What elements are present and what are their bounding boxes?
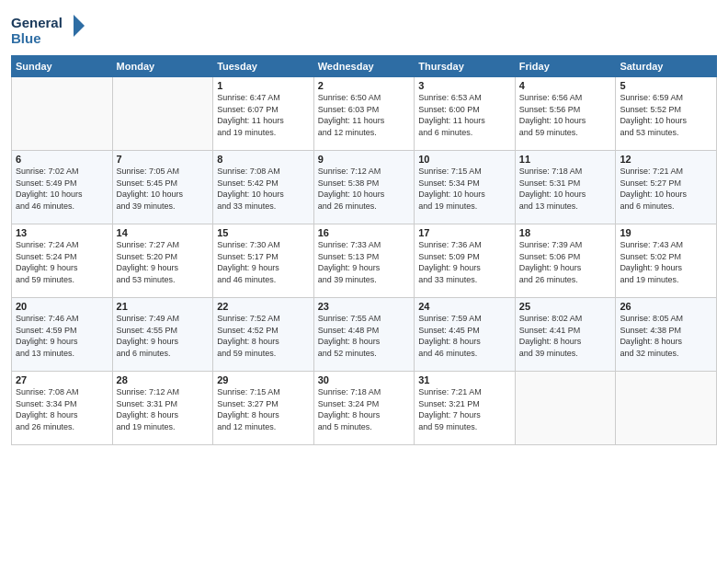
calendar-cell: 8Sunrise: 7:08 AM Sunset: 5:42 PM Daylig…: [213, 151, 314, 224]
day-number: 1: [217, 80, 310, 91]
day-info: Sunrise: 7:21 AM Sunset: 5:27 PM Dayligh…: [620, 166, 712, 212]
calendar-day-header: Wednesday: [313, 56, 415, 77]
calendar-cell: 5Sunrise: 6:59 AM Sunset: 5:52 PM Daylig…: [616, 77, 717, 151]
calendar-day-header: Thursday: [415, 56, 516, 77]
calendar-cell: 14Sunrise: 7:27 AM Sunset: 5:20 PM Dayli…: [112, 224, 213, 298]
calendar-week-row: 1Sunrise: 6:47 AM Sunset: 6:07 PM Daylig…: [12, 77, 717, 151]
calendar-cell: 23Sunrise: 7:55 AM Sunset: 4:48 PM Dayli…: [313, 298, 415, 372]
calendar-cell: 27Sunrise: 7:08 AM Sunset: 3:34 PM Dayli…: [12, 372, 113, 445]
day-number: 23: [318, 301, 411, 312]
day-number: 3: [418, 80, 511, 91]
calendar-day-header: Tuesday: [213, 56, 314, 77]
day-number: 11: [519, 154, 612, 165]
calendar-cell: [112, 77, 213, 151]
day-number: 25: [519, 301, 612, 312]
calendar-day-header: Monday: [112, 56, 213, 77]
calendar-cell: 13Sunrise: 7:24 AM Sunset: 5:24 PM Dayli…: [12, 224, 113, 298]
calendar-cell: 24Sunrise: 7:59 AM Sunset: 4:45 PM Dayli…: [415, 298, 516, 372]
calendar-cell: 12Sunrise: 7:21 AM Sunset: 5:27 PM Dayli…: [616, 151, 717, 224]
day-number: 26: [620, 301, 712, 312]
calendar-week-row: 6Sunrise: 7:02 AM Sunset: 5:49 PM Daylig…: [12, 151, 717, 224]
day-info: Sunrise: 7:05 AM Sunset: 5:45 PM Dayligh…: [117, 166, 210, 212]
calendar-cell: 17Sunrise: 7:36 AM Sunset: 5:09 PM Dayli…: [415, 224, 516, 298]
calendar-day-header: Saturday: [616, 56, 717, 77]
calendar-cell: 4Sunrise: 6:56 AM Sunset: 5:56 PM Daylig…: [515, 77, 616, 151]
day-number: 24: [418, 301, 511, 312]
calendar-cell: 10Sunrise: 7:15 AM Sunset: 5:34 PM Dayli…: [415, 151, 516, 224]
calendar-cell: 21Sunrise: 7:49 AM Sunset: 4:55 PM Dayli…: [112, 298, 213, 372]
day-info: Sunrise: 7:59 AM Sunset: 4:45 PM Dayligh…: [418, 313, 511, 359]
calendar-cell: [616, 372, 717, 445]
day-info: Sunrise: 7:18 AM Sunset: 3:24 PM Dayligh…: [318, 386, 411, 432]
calendar-week-row: 13Sunrise: 7:24 AM Sunset: 5:24 PM Dayli…: [12, 224, 717, 298]
day-info: Sunrise: 7:33 AM Sunset: 5:13 PM Dayligh…: [318, 239, 411, 285]
day-info: Sunrise: 6:50 AM Sunset: 6:03 PM Dayligh…: [318, 92, 411, 138]
day-info: Sunrise: 7:18 AM Sunset: 5:31 PM Dayligh…: [519, 166, 612, 212]
calendar-header-row: SundayMondayTuesdayWednesdayThursdayFrid…: [12, 56, 717, 77]
header: GeneralBlue: [11, 9, 717, 50]
calendar-table: SundayMondayTuesdayWednesdayThursdayFrid…: [11, 55, 717, 445]
day-number: 9: [318, 154, 411, 165]
calendar-cell: 31Sunrise: 7:21 AM Sunset: 3:21 PM Dayli…: [415, 372, 516, 445]
day-number: 28: [117, 374, 210, 385]
day-info: Sunrise: 7:21 AM Sunset: 3:21 PM Dayligh…: [418, 386, 511, 432]
logo: GeneralBlue: [11, 13, 94, 50]
calendar-day-header: Friday: [515, 56, 616, 77]
svg-marker-0: [74, 15, 85, 37]
calendar-week-row: 20Sunrise: 7:46 AM Sunset: 4:59 PM Dayli…: [12, 298, 717, 372]
day-info: Sunrise: 7:08 AM Sunset: 3:34 PM Dayligh…: [16, 386, 108, 432]
calendar-cell: [515, 372, 616, 445]
calendar-cell: 11Sunrise: 7:18 AM Sunset: 5:31 PM Dayli…: [515, 151, 616, 224]
day-info: Sunrise: 7:15 AM Sunset: 3:27 PM Dayligh…: [217, 386, 310, 432]
day-number: 21: [117, 301, 210, 312]
calendar-cell: [12, 77, 113, 151]
day-number: 2: [318, 80, 411, 91]
day-info: Sunrise: 7:02 AM Sunset: 5:49 PM Dayligh…: [16, 166, 108, 212]
day-number: 29: [217, 374, 310, 385]
day-number: 27: [16, 374, 108, 385]
calendar-cell: 7Sunrise: 7:05 AM Sunset: 5:45 PM Daylig…: [112, 151, 213, 224]
svg-text:Blue: Blue: [11, 30, 41, 46]
svg-text:General: General: [11, 15, 63, 30]
day-info: Sunrise: 7:36 AM Sunset: 5:09 PM Dayligh…: [418, 239, 511, 285]
day-number: 6: [16, 154, 108, 165]
calendar-cell: 22Sunrise: 7:52 AM Sunset: 4:52 PM Dayli…: [213, 298, 314, 372]
calendar-cell: 28Sunrise: 7:12 AM Sunset: 3:31 PM Dayli…: [112, 372, 213, 445]
day-info: Sunrise: 7:55 AM Sunset: 4:48 PM Dayligh…: [318, 313, 411, 359]
day-info: Sunrise: 8:05 AM Sunset: 4:38 PM Dayligh…: [620, 313, 712, 359]
day-number: 22: [217, 301, 310, 312]
calendar-cell: 16Sunrise: 7:33 AM Sunset: 5:13 PM Dayli…: [313, 224, 415, 298]
day-number: 13: [16, 227, 108, 238]
day-info: Sunrise: 7:43 AM Sunset: 5:02 PM Dayligh…: [620, 239, 712, 285]
day-number: 31: [418, 374, 511, 385]
day-number: 12: [620, 154, 712, 165]
day-info: Sunrise: 7:15 AM Sunset: 5:34 PM Dayligh…: [418, 166, 511, 212]
calendar-cell: 2Sunrise: 6:50 AM Sunset: 6:03 PM Daylig…: [313, 77, 415, 151]
calendar-cell: 15Sunrise: 7:30 AM Sunset: 5:17 PM Dayli…: [213, 224, 314, 298]
day-info: Sunrise: 6:56 AM Sunset: 5:56 PM Dayligh…: [519, 92, 612, 138]
day-info: Sunrise: 6:47 AM Sunset: 6:07 PM Dayligh…: [217, 92, 310, 138]
calendar-day-header: Sunday: [12, 56, 113, 77]
calendar-cell: 25Sunrise: 8:02 AM Sunset: 4:41 PM Dayli…: [515, 298, 616, 372]
page-container: GeneralBlue SundayMondayTuesdayWednesday…: [0, 0, 728, 563]
day-info: Sunrise: 6:53 AM Sunset: 6:00 PM Dayligh…: [418, 92, 511, 138]
day-number: 19: [620, 227, 712, 238]
day-number: 16: [318, 227, 411, 238]
day-number: 14: [117, 227, 210, 238]
logo-svg: GeneralBlue: [11, 13, 94, 50]
calendar-cell: 20Sunrise: 7:46 AM Sunset: 4:59 PM Dayli…: [12, 298, 113, 372]
day-number: 17: [418, 227, 511, 238]
calendar-cell: 1Sunrise: 6:47 AM Sunset: 6:07 PM Daylig…: [213, 77, 314, 151]
calendar-cell: 9Sunrise: 7:12 AM Sunset: 5:38 PM Daylig…: [313, 151, 415, 224]
calendar-cell: 18Sunrise: 7:39 AM Sunset: 5:06 PM Dayli…: [515, 224, 616, 298]
day-info: Sunrise: 7:24 AM Sunset: 5:24 PM Dayligh…: [16, 239, 108, 285]
day-number: 15: [217, 227, 310, 238]
day-info: Sunrise: 7:12 AM Sunset: 5:38 PM Dayligh…: [318, 166, 411, 212]
day-info: Sunrise: 7:12 AM Sunset: 3:31 PM Dayligh…: [117, 386, 210, 432]
day-number: 30: [318, 374, 411, 385]
calendar-week-row: 27Sunrise: 7:08 AM Sunset: 3:34 PM Dayli…: [12, 372, 717, 445]
day-number: 4: [519, 80, 612, 91]
day-info: Sunrise: 7:08 AM Sunset: 5:42 PM Dayligh…: [217, 166, 310, 212]
calendar-cell: 26Sunrise: 8:05 AM Sunset: 4:38 PM Dayli…: [616, 298, 717, 372]
day-number: 10: [418, 154, 511, 165]
